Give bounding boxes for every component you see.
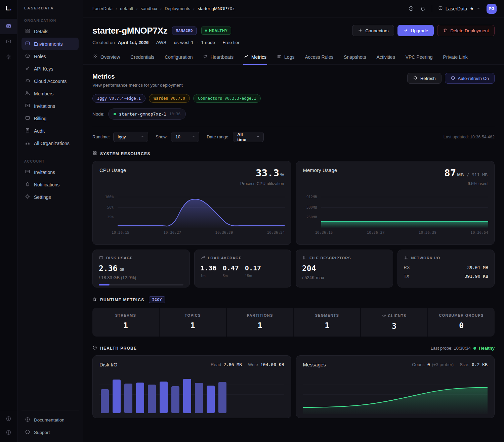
node-status-dot: [114, 113, 116, 115]
sidebar-item-settings[interactable]: Settings: [22, 191, 79, 203]
version-badge-iggy: Iggy v0.7.4-edge.1: [92, 94, 145, 103]
sidebar-item-roles[interactable]: Roles: [22, 50, 79, 62]
rail-item-environments[interactable]: [0, 19, 17, 34]
runtime-cell-streams: STREAMS 1: [92, 308, 159, 337]
tab-vpc-peering[interactable]: VPC Peering: [405, 50, 433, 65]
memory-total: / 911 MB: [466, 172, 488, 177]
node-pill[interactable]: starter-gmnop7xz-1 10:36: [108, 108, 186, 120]
sidebar-item-billing[interactable]: Billing: [22, 112, 79, 125]
sidebar-item-account-invitations[interactable]: Invitations: [22, 166, 79, 178]
panel-icon: [25, 41, 30, 47]
tab-access-rules[interactable]: Access Rules: [304, 50, 334, 65]
star-icon: [92, 297, 97, 303]
tab-activities[interactable]: Activities: [376, 50, 395, 65]
upgrade-button[interactable]: Upgrade: [397, 25, 434, 36]
cloud-icon: [25, 78, 30, 84]
rail-item-settings[interactable]: [0, 50, 17, 65]
auto-refresh-toggle[interactable]: Auto-refresh On: [445, 73, 495, 84]
check-circle-icon: [25, 53, 30, 59]
probe-status-dot: [473, 347, 476, 350]
runtime-cell-partitions: PARTITIONS 1: [227, 308, 293, 337]
runtime-cell-segments: SEGMENTS 1: [294, 308, 360, 337]
breadcrumb-item[interactable]: LaserData: [92, 6, 113, 11]
breadcrumb-item[interactable]: default: [120, 6, 133, 11]
bell-icon[interactable]: [420, 6, 426, 11]
org-switcher[interactable]: LaserData ★: [438, 6, 480, 11]
delete-deployment-button[interactable]: Delete Deployment: [437, 25, 495, 36]
topbar: LaserData › default › sandbox › Deployme…: [83, 0, 504, 17]
disk-io-bar: [124, 384, 132, 413]
arrow-right-icon: [403, 28, 408, 34]
sidebar-item-members[interactable]: Members: [22, 87, 79, 100]
fd-value: 204: [302, 264, 387, 273]
mail-icon: [25, 103, 30, 109]
help-icon[interactable]: [6, 430, 11, 437]
sidebar-item-cloud-accounts[interactable]: Cloud Accounts: [22, 75, 79, 87]
bell-icon: [25, 181, 30, 188]
app-window: L. LASERDATA ORGANIZATION Details En: [0, 0, 504, 442]
health-probe-section-header: HEALTH PROBE Last probe: 10:38:34 Health…: [92, 345, 495, 351]
disk-read-value: 2.86 MB: [223, 362, 242, 367]
breadcrumb-current: starter-gMNOP7Xz: [198, 6, 235, 11]
tab-credentials[interactable]: Credentials: [130, 50, 155, 65]
messages-chart: [303, 376, 488, 414]
sidebar-item-audit[interactable]: Audit: [22, 125, 79, 137]
hash-icon: [404, 255, 409, 261]
sidebar: LASERDATA ORGANIZATION Details Environme…: [17, 0, 83, 442]
lines-icon: [277, 54, 282, 60]
sidebar-item-details[interactable]: Details: [22, 25, 79, 38]
probe-status: Healthy: [479, 346, 495, 351]
sidebar-section-account: ACCOUNT: [24, 160, 76, 163]
tab-metrics[interactable]: Metrics: [243, 50, 267, 65]
tab-bar: Overview Credentials Configuration Heart…: [83, 50, 504, 65]
date-range-select[interactable]: All time: [233, 132, 264, 142]
disk-write-value: 104.00 KB: [260, 362, 284, 367]
network-io-card: NETWORK I/O RX 39.01 MB TX 391.90 KB: [397, 250, 495, 288]
sidebar-item-documentation[interactable]: Documentation: [22, 414, 79, 426]
breadcrumb: LaserData › default › sandbox › Deployme…: [92, 6, 235, 11]
runtime-cell-consumer-groups: CONSUMER GROUPS 0: [428, 308, 495, 337]
runtime-metrics-grid: STREAMS 1 TOPICS 1 PARTITIONS 1 SEGMENTS…: [92, 308, 495, 337]
trash-icon: [443, 28, 448, 34]
tab-private-link[interactable]: Private Link: [443, 50, 468, 65]
show-select[interactable]: 10: [171, 132, 199, 142]
sidebar-item-invitations[interactable]: Invitations: [22, 100, 79, 112]
refresh-icon: [413, 76, 418, 81]
sidebar-item-support[interactable]: Support: [22, 426, 79, 439]
sun-icon: [6, 54, 11, 61]
tab-logs[interactable]: Logs: [276, 50, 295, 65]
runtime-cell-topics: TOPICS 1: [160, 308, 226, 337]
network-rx-value: 39.01 MB: [467, 265, 488, 270]
breadcrumb-item[interactable]: sandbox: [141, 6, 157, 11]
rail-item-invitations[interactable]: [0, 34, 17, 50]
refresh-button[interactable]: Refresh: [407, 73, 442, 84]
disk-io-bar: [113, 380, 121, 413]
sidebar-item-api-keys[interactable]: API Keys: [22, 62, 79, 75]
clock-icon: [382, 313, 386, 318]
history-icon[interactable]: [408, 6, 414, 11]
topbar-divider: [432, 5, 432, 12]
logo[interactable]: L.: [5, 4, 12, 12]
sidebar-item-notifications[interactable]: Notifications: [22, 178, 79, 191]
tab-heartbeats[interactable]: Heartbeats: [202, 50, 234, 65]
users-icon: [25, 90, 30, 97]
sidebar-item-environments[interactable]: Environments: [22, 38, 79, 50]
avatar[interactable]: PG: [487, 4, 497, 14]
info-icon[interactable]: [6, 416, 11, 423]
disk-io-bar: [136, 383, 144, 413]
card-icon: [25, 115, 30, 122]
breadcrumb-item[interactable]: Deployments: [165, 6, 190, 11]
tab-configuration[interactable]: Configuration: [164, 50, 193, 65]
rail-bottom: [0, 411, 17, 442]
sidebar-footer: Documentation Support: [22, 410, 79, 442]
tab-overview[interactable]: Overview: [92, 50, 121, 65]
last-probe-time: Last probe: 10:38:34: [431, 346, 471, 351]
runtime-select[interactable]: Iggy: [113, 132, 148, 142]
sidebar-item-all-organizations[interactable]: All Organizations: [22, 137, 79, 149]
connectors-button[interactable]: Connectors: [352, 25, 394, 36]
metrics-header: Metrics View performance metrics for you…: [92, 73, 495, 88]
tab-snapshots[interactable]: Snapshots: [343, 50, 367, 65]
mail-icon: [25, 169, 30, 175]
version-badge-warden: Warden v0.7.0: [149, 94, 190, 103]
messages-count: 0: [427, 362, 430, 367]
